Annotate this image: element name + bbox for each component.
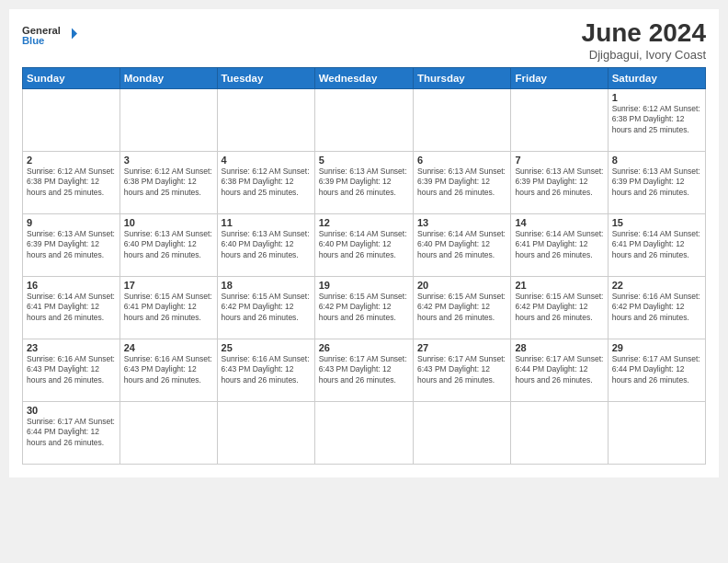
day-info: Sunrise: 6:14 AM Sunset: 6:40 PM Dayligh… xyxy=(319,229,409,260)
day-info: Sunrise: 6:17 AM Sunset: 6:43 PM Dayligh… xyxy=(417,354,506,385)
day-info: Sunrise: 6:14 AM Sunset: 6:41 PM Dayligh… xyxy=(27,292,116,323)
table-row xyxy=(511,402,608,465)
table-row: 13Sunrise: 6:14 AM Sunset: 6:40 PM Dayli… xyxy=(413,214,510,277)
day-info: Sunrise: 6:15 AM Sunset: 6:42 PM Dayligh… xyxy=(222,292,311,323)
col-thursday: Thursday xyxy=(413,68,510,89)
table-row xyxy=(413,402,510,465)
col-sunday: Sunday xyxy=(23,68,120,89)
calendar-week-row: 30Sunrise: 6:17 AM Sunset: 6:44 PM Dayli… xyxy=(23,402,706,465)
table-row: 23Sunrise: 6:16 AM Sunset: 6:43 PM Dayli… xyxy=(23,339,120,402)
table-row: 2Sunrise: 6:12 AM Sunset: 6:38 PM Daylig… xyxy=(23,152,120,214)
table-row: 1Sunrise: 6:12 AM Sunset: 6:38 PM Daylig… xyxy=(608,89,705,152)
col-friday: Friday xyxy=(511,68,608,89)
day-number: 15 xyxy=(612,217,701,228)
table-row: 24Sunrise: 6:16 AM Sunset: 6:43 PM Dayli… xyxy=(119,339,217,402)
col-saturday: Saturday xyxy=(608,68,705,89)
day-number: 16 xyxy=(27,280,116,291)
day-info: Sunrise: 6:16 AM Sunset: 6:43 PM Dayligh… xyxy=(124,354,213,385)
day-number: 1 xyxy=(612,92,701,103)
table-row: 21Sunrise: 6:15 AM Sunset: 6:42 PM Dayli… xyxy=(511,277,608,339)
calendar-week-row: 16Sunrise: 6:14 AM Sunset: 6:41 PM Dayli… xyxy=(23,277,706,339)
col-wednesday: Wednesday xyxy=(314,68,413,89)
day-info: Sunrise: 6:17 AM Sunset: 6:44 PM Dayligh… xyxy=(515,354,603,385)
day-number: 5 xyxy=(319,155,409,166)
table-row: 28Sunrise: 6:17 AM Sunset: 6:44 PM Dayli… xyxy=(511,339,608,402)
table-row: 26Sunrise: 6:17 AM Sunset: 6:43 PM Dayli… xyxy=(314,339,413,402)
svg-marker-2 xyxy=(72,29,77,40)
table-row: 22Sunrise: 6:16 AM Sunset: 6:42 PM Dayli… xyxy=(608,277,705,339)
table-row xyxy=(119,89,217,152)
day-info: Sunrise: 6:12 AM Sunset: 6:38 PM Dayligh… xyxy=(27,167,116,198)
day-info: Sunrise: 6:15 AM Sunset: 6:42 PM Dayligh… xyxy=(319,292,409,323)
table-row: 11Sunrise: 6:13 AM Sunset: 6:40 PM Dayli… xyxy=(217,214,314,277)
table-row xyxy=(23,89,120,152)
day-number: 9 xyxy=(27,217,116,228)
table-row: 15Sunrise: 6:14 AM Sunset: 6:41 PM Dayli… xyxy=(608,214,705,277)
calendar-header-row: Sunday Monday Tuesday Wednesday Thursday… xyxy=(23,68,706,89)
day-info: Sunrise: 6:13 AM Sunset: 6:39 PM Dayligh… xyxy=(319,167,409,198)
table-row xyxy=(314,89,413,152)
day-number: 23 xyxy=(27,342,116,353)
calendar-week-row: 23Sunrise: 6:16 AM Sunset: 6:43 PM Dayli… xyxy=(23,339,706,402)
table-row: 18Sunrise: 6:15 AM Sunset: 6:42 PM Dayli… xyxy=(217,277,314,339)
day-number: 11 xyxy=(222,217,311,228)
day-number: 13 xyxy=(417,217,506,228)
day-info: Sunrise: 6:13 AM Sunset: 6:40 PM Dayligh… xyxy=(124,229,213,260)
table-row: 12Sunrise: 6:14 AM Sunset: 6:40 PM Dayli… xyxy=(314,214,413,277)
table-row: 17Sunrise: 6:15 AM Sunset: 6:41 PM Dayli… xyxy=(119,277,217,339)
day-info: Sunrise: 6:17 AM Sunset: 6:44 PM Dayligh… xyxy=(612,354,701,385)
table-row xyxy=(314,402,413,465)
day-number: 24 xyxy=(124,342,213,353)
day-number: 19 xyxy=(319,280,409,291)
day-info: Sunrise: 6:13 AM Sunset: 6:39 PM Dayligh… xyxy=(417,167,506,198)
day-info: Sunrise: 6:16 AM Sunset: 6:43 PM Dayligh… xyxy=(27,354,116,385)
day-number: 2 xyxy=(27,155,116,166)
day-number: 4 xyxy=(222,155,311,166)
day-info: Sunrise: 6:12 AM Sunset: 6:38 PM Dayligh… xyxy=(124,167,213,198)
day-info: Sunrise: 6:14 AM Sunset: 6:40 PM Dayligh… xyxy=(417,229,506,260)
day-info: Sunrise: 6:17 AM Sunset: 6:44 PM Dayligh… xyxy=(27,417,116,448)
logo: General Blue xyxy=(22,18,77,52)
day-number: 10 xyxy=(124,217,213,228)
header: General Blue June 2024 Djigbagui, Ivory … xyxy=(22,18,706,62)
day-number: 12 xyxy=(319,217,409,228)
table-row xyxy=(413,89,510,152)
calendar-table: Sunday Monday Tuesday Wednesday Thursday… xyxy=(22,67,706,465)
title-block: June 2024 Djigbagui, Ivory Coast xyxy=(582,18,706,62)
generalblue-logo-icon: General Blue xyxy=(22,18,77,52)
day-number: 22 xyxy=(612,280,701,291)
day-info: Sunrise: 6:17 AM Sunset: 6:43 PM Dayligh… xyxy=(319,354,409,385)
table-row: 10Sunrise: 6:13 AM Sunset: 6:40 PM Dayli… xyxy=(119,214,217,277)
day-number: 3 xyxy=(124,155,213,166)
table-row: 19Sunrise: 6:15 AM Sunset: 6:42 PM Dayli… xyxy=(314,277,413,339)
day-info: Sunrise: 6:13 AM Sunset: 6:39 PM Dayligh… xyxy=(515,167,603,198)
calendar-week-row: 2Sunrise: 6:12 AM Sunset: 6:38 PM Daylig… xyxy=(23,152,706,214)
day-number: 30 xyxy=(27,405,116,416)
day-number: 28 xyxy=(515,342,603,353)
table-row xyxy=(608,402,705,465)
day-number: 8 xyxy=(612,155,701,166)
day-number: 29 xyxy=(612,342,701,353)
day-number: 25 xyxy=(222,342,311,353)
table-row: 6Sunrise: 6:13 AM Sunset: 6:39 PM Daylig… xyxy=(413,152,510,214)
col-tuesday: Tuesday xyxy=(217,68,314,89)
day-number: 7 xyxy=(515,155,603,166)
table-row: 7Sunrise: 6:13 AM Sunset: 6:39 PM Daylig… xyxy=(511,152,608,214)
table-row: 25Sunrise: 6:16 AM Sunset: 6:43 PM Dayli… xyxy=(217,339,314,402)
day-info: Sunrise: 6:13 AM Sunset: 6:39 PM Dayligh… xyxy=(27,229,116,260)
day-number: 6 xyxy=(417,155,506,166)
svg-text:Blue: Blue xyxy=(22,35,44,46)
table-row: 20Sunrise: 6:15 AM Sunset: 6:42 PM Dayli… xyxy=(413,277,510,339)
day-number: 21 xyxy=(515,280,603,291)
day-number: 26 xyxy=(319,342,409,353)
table-row: 3Sunrise: 6:12 AM Sunset: 6:38 PM Daylig… xyxy=(119,152,217,214)
table-row xyxy=(119,402,217,465)
day-info: Sunrise: 6:16 AM Sunset: 6:43 PM Dayligh… xyxy=(222,354,311,385)
day-number: 18 xyxy=(222,280,311,291)
day-info: Sunrise: 6:15 AM Sunset: 6:42 PM Dayligh… xyxy=(515,292,603,323)
month-title: June 2024 xyxy=(582,18,706,48)
day-number: 20 xyxy=(417,280,506,291)
table-row: 27Sunrise: 6:17 AM Sunset: 6:43 PM Dayli… xyxy=(413,339,510,402)
table-row xyxy=(217,89,314,152)
day-info: Sunrise: 6:13 AM Sunset: 6:39 PM Dayligh… xyxy=(612,167,701,198)
